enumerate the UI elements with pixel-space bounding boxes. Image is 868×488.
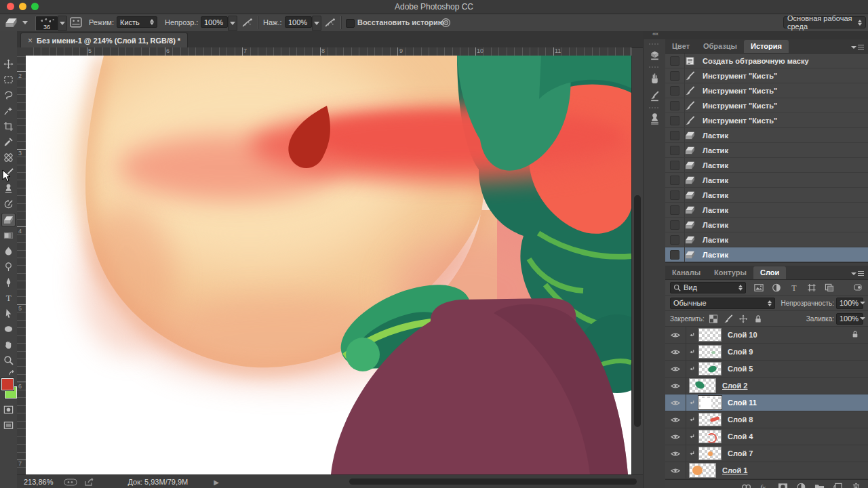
history-source-checkbox[interactable] [665, 218, 685, 232]
filter-toggle-icon[interactable] [854, 283, 863, 292]
filter-adjustment-layers-icon[interactable] [772, 283, 781, 292]
history-source-checkbox[interactable] [665, 54, 685, 68]
tool-lasso[interactable] [1, 88, 16, 102]
new-adjustment-layer-icon[interactable] [796, 483, 806, 488]
history-item[interactable]: Создать обтравочную маску [665, 54, 868, 68]
history-source-checkbox[interactable] [665, 128, 685, 142]
layer-row[interactable]: Слой 1 [665, 462, 868, 479]
screen-mode-button[interactable] [1, 418, 16, 432]
layer-visibility-toggle[interactable] [665, 378, 686, 394]
tab-layers[interactable]: Слои [753, 266, 786, 279]
tool-zoom[interactable] [1, 353, 16, 367]
lock-all-icon[interactable] [753, 314, 763, 323]
history-source-checkbox[interactable] [665, 188, 685, 202]
history-source-checkbox[interactable] [665, 158, 685, 172]
history-item[interactable]: Ластик [665, 188, 868, 203]
layer-thumbnail[interactable] [689, 463, 716, 478]
history-source-checkbox[interactable] [665, 143, 685, 157]
layer-visibility-toggle[interactable] [665, 394, 686, 411]
layer-row-selected[interactable]: Слой 11 [665, 394, 868, 411]
history-item[interactable]: Ластик [665, 158, 868, 173]
history-source-checkbox[interactable] [665, 247, 685, 262]
history-item[interactable]: Ластик [665, 218, 868, 232]
zoom-level-field[interactable]: 213,86% [24, 478, 53, 486]
layer-row[interactable]: Слой 9 [665, 344, 868, 361]
flow-value-box[interactable]: 100% [285, 16, 312, 28]
history-item[interactable]: Ластик [665, 232, 868, 247]
airbrush-opacity-button[interactable] [241, 18, 253, 28]
layer-thumbnail[interactable] [698, 362, 722, 375]
tab-paths[interactable]: Контуры [707, 266, 753, 279]
new-group-icon[interactable] [814, 483, 825, 488]
vertical-ruler[interactable]: 2 3 4 5 6 7 [17, 56, 26, 474]
quick-mask-button[interactable] [1, 403, 16, 417]
layer-opacity-box[interactable]: 100% [836, 298, 863, 309]
history-item[interactable]: Инструмент "Кисть" [665, 68, 868, 83]
panel-menu-icon[interactable] [851, 271, 864, 276]
workspace-switcher[interactable]: Основная рабочая среда [783, 16, 866, 28]
layer-visibility-toggle[interactable] [665, 344, 686, 360]
new-layer-icon[interactable] [833, 483, 843, 488]
filter-shape-layers-icon[interactable] [807, 283, 816, 292]
history-source-checkbox[interactable] [665, 232, 685, 247]
collapse-panels-icon[interactable]: «« [652, 30, 658, 37]
vertical-scrollbar-thumb[interactable] [634, 195, 641, 427]
tool-path-selection[interactable] [1, 306, 16, 321]
mode-select[interactable]: Кисть [117, 16, 157, 28]
opacity-caret[interactable] [228, 16, 237, 31]
lock-image-pixels-icon[interactable] [724, 314, 733, 323]
layer-thumbnail[interactable] [698, 328, 722, 342]
canvas[interactable] [26, 56, 631, 474]
history-item[interactable]: Ластик [665, 173, 868, 188]
tab-history[interactable]: История [744, 40, 789, 53]
tool-clone-stamp[interactable] [1, 182, 16, 196]
swap-colors-icon[interactable] [8, 370, 16, 377]
tab-channels[interactable]: Каналы [665, 266, 707, 279]
link-layers-icon[interactable] [741, 483, 751, 488]
layer-visibility-toggle[interactable] [665, 462, 686, 479]
tool-magic-wand[interactable] [1, 104, 16, 118]
history-source-checkbox[interactable] [665, 98, 685, 113]
layer-thumbnail[interactable] [689, 378, 716, 393]
history-source-checkbox[interactable] [665, 83, 685, 98]
tool-pen[interactable] [1, 275, 16, 289]
tool-eyedropper[interactable] [1, 135, 16, 149]
opacity-value-box[interactable]: 100% [201, 16, 228, 28]
filter-type-layers-icon[interactable]: T [789, 283, 799, 292]
tool-shape-ellipse[interactable] [1, 322, 16, 336]
layer-visibility-toggle[interactable] [665, 327, 686, 343]
blend-mode-select[interactable]: Обычные [670, 298, 775, 309]
flow-caret[interactable] [312, 16, 321, 31]
tab-color[interactable]: Цвет [665, 40, 696, 53]
add-layer-mask-icon[interactable] [778, 483, 788, 488]
layer-row[interactable]: Слой 10 [665, 327, 868, 344]
layer-thumbnail[interactable] [698, 430, 722, 443]
panel-menu-icon[interactable] [851, 45, 864, 49]
layer-visibility-toggle[interactable] [665, 428, 686, 445]
tool-blur[interactable] [1, 244, 16, 258]
horizontal-scrollbar-thumb[interactable] [349, 479, 637, 485]
badge-icon[interactable] [64, 479, 77, 486]
pressure-button[interactable] [324, 18, 336, 28]
document-size-field[interactable]: Док: 5,93M/79,9M [127, 478, 188, 486]
tool-type[interactable]: T [1, 291, 16, 305]
brush-preset-button[interactable]: 36 [35, 16, 58, 31]
tool-preset-caret[interactable] [22, 21, 28, 24]
tool-move[interactable] [1, 57, 16, 71]
history-item[interactable]: Ластик [665, 128, 868, 143]
layer-fill-box[interactable]: 100% [836, 313, 863, 325]
layer-thumbnail[interactable] [698, 413, 722, 426]
layer-row[interactable]: Слой 8 [665, 411, 868, 428]
layer-row[interactable]: Слой 7 [665, 445, 868, 462]
layer-thumbnail[interactable] [698, 396, 722, 409]
history-source-checkbox[interactable] [665, 173, 685, 187]
layer-visibility-toggle[interactable] [665, 445, 686, 462]
tool-spot-healing[interactable] [1, 150, 16, 165]
brush-preset-caret[interactable] [58, 16, 67, 31]
tab-swatches[interactable]: Образцы [696, 40, 744, 53]
foreground-color-swatch[interactable] [1, 378, 14, 390]
clone-source-panel-button[interactable] [647, 111, 662, 126]
brush-settings-panel-button[interactable] [647, 70, 662, 85]
history-item[interactable]: Ластик [665, 203, 868, 218]
close-document-icon[interactable]: × [28, 36, 33, 45]
